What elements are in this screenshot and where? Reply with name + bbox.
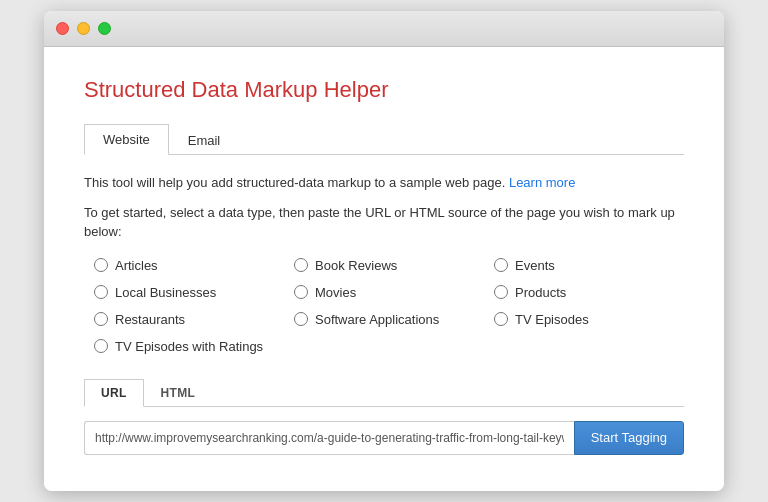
tab-html[interactable]: HTML bbox=[144, 379, 213, 407]
url-input[interactable] bbox=[84, 421, 574, 455]
radio-events-label: Events bbox=[515, 258, 555, 273]
radio-articles[interactable]: Articles bbox=[94, 258, 284, 273]
radio-articles-input[interactable] bbox=[94, 258, 108, 272]
tab-email[interactable]: Email bbox=[169, 124, 240, 155]
maximize-button[interactable] bbox=[98, 22, 111, 35]
radio-restaurants-label: Restaurants bbox=[115, 312, 185, 327]
radio-tv-episodes-label: TV Episodes bbox=[515, 312, 589, 327]
radio-movies-input[interactable] bbox=[294, 285, 308, 299]
description-text: This tool will help you add structured-d… bbox=[84, 173, 684, 193]
radio-book-reviews-label: Book Reviews bbox=[315, 258, 397, 273]
radio-movies[interactable]: Movies bbox=[294, 285, 484, 300]
description-main: This tool will help you add structured-d… bbox=[84, 175, 505, 190]
radio-local-businesses-input[interactable] bbox=[94, 285, 108, 299]
radio-book-reviews-input[interactable] bbox=[294, 258, 308, 272]
radio-book-reviews[interactable]: Book Reviews bbox=[294, 258, 484, 273]
radio-tv-episodes[interactable]: TV Episodes bbox=[494, 312, 684, 327]
radio-tv-episodes-input[interactable] bbox=[494, 312, 508, 326]
radio-articles-label: Articles bbox=[115, 258, 158, 273]
radio-products-input[interactable] bbox=[494, 285, 508, 299]
radio-events[interactable]: Events bbox=[494, 258, 684, 273]
radio-restaurants-input[interactable] bbox=[94, 312, 108, 326]
radio-software-applications-input[interactable] bbox=[294, 312, 308, 326]
titlebar bbox=[44, 11, 724, 47]
page-title: Structured Data Markup Helper bbox=[84, 77, 684, 103]
main-tabs: Website Email bbox=[84, 123, 684, 155]
source-tabs: URL HTML bbox=[84, 378, 684, 407]
radio-events-input[interactable] bbox=[494, 258, 508, 272]
radio-restaurants[interactable]: Restaurants bbox=[94, 312, 284, 327]
main-content: Structured Data Markup Helper Website Em… bbox=[44, 47, 724, 491]
radio-movies-label: Movies bbox=[315, 285, 356, 300]
radio-tv-episodes-with-ratings-label: TV Episodes with Ratings bbox=[115, 339, 263, 354]
radio-tv-episodes-with-ratings-input[interactable] bbox=[94, 339, 108, 353]
learn-more-link[interactable]: Learn more bbox=[509, 175, 575, 190]
radio-products[interactable]: Products bbox=[494, 285, 684, 300]
minimize-button[interactable] bbox=[77, 22, 90, 35]
data-type-grid: Articles Book Reviews Events Local Busin… bbox=[84, 258, 684, 354]
close-button[interactable] bbox=[56, 22, 69, 35]
tab-website[interactable]: Website bbox=[84, 124, 169, 155]
app-window: Structured Data Markup Helper Website Em… bbox=[44, 11, 724, 491]
radio-software-applications-label: Software Applications bbox=[315, 312, 439, 327]
radio-products-label: Products bbox=[515, 285, 566, 300]
instruction-text: To get started, select a data type, then… bbox=[84, 203, 684, 242]
radio-software-applications[interactable]: Software Applications bbox=[294, 312, 484, 327]
radio-local-businesses-label: Local Businesses bbox=[115, 285, 216, 300]
radio-tv-episodes-with-ratings[interactable]: TV Episodes with Ratings bbox=[94, 339, 284, 354]
url-row: Start Tagging bbox=[84, 421, 684, 455]
tab-url[interactable]: URL bbox=[84, 379, 144, 407]
start-tagging-button[interactable]: Start Tagging bbox=[574, 421, 684, 455]
radio-local-businesses[interactable]: Local Businesses bbox=[94, 285, 284, 300]
